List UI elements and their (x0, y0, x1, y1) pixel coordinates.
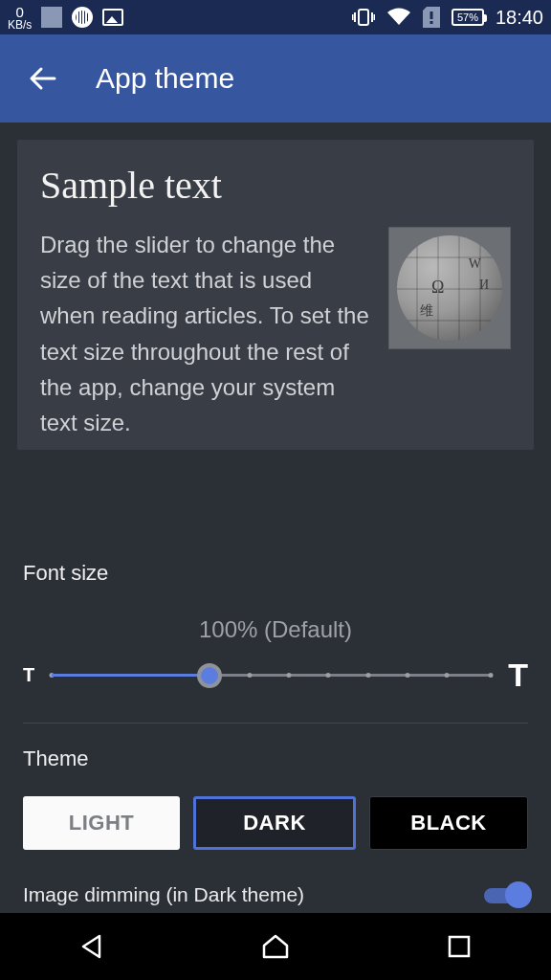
settings-panel: Font size 100% (Default) T (0, 546, 551, 913)
square-recent-icon (448, 935, 471, 958)
preview-heading: Sample text (40, 163, 511, 208)
svg-rect-0 (359, 10, 368, 25)
battery-indicator: 57% (452, 9, 484, 26)
toggle-thumb (505, 881, 532, 908)
arrow-back-icon (26, 61, 60, 96)
theme-option-label: DARK (243, 811, 306, 835)
font-size-section: Font size 100% (Default) T (23, 546, 528, 723)
nav-back-button[interactable] (73, 927, 111, 966)
svg-rect-2 (430, 21, 432, 24)
network-speed-unit: KB/s (8, 19, 32, 31)
theme-option-dark[interactable]: DARK (193, 796, 356, 850)
screenshot-icon (102, 9, 123, 26)
nav-home-button[interactable] (256, 927, 295, 966)
theme-section: Theme LIGHT DARK BLACK Image dimming (in… (23, 746, 528, 913)
triangle-back-icon (78, 933, 105, 960)
image-dimming-toggle[interactable] (484, 882, 528, 907)
status-bar: 0 KB/s 57% 18:40 (0, 0, 551, 34)
network-speed-indicator: 0 KB/s (8, 5, 32, 31)
font-size-min-icon: T (23, 664, 34, 686)
section-divider (23, 723, 528, 724)
slider-thumb[interactable] (197, 663, 222, 688)
font-size-value: 100% (Default) (23, 616, 528, 643)
slider-fill (52, 674, 209, 677)
barcode-app-icon (72, 7, 93, 28)
svg-rect-3 (450, 937, 469, 956)
home-icon (261, 933, 290, 960)
theme-option-label: BLACK (410, 811, 487, 835)
preview-card: Sample text Drag the slider to change th… (17, 140, 534, 450)
image-dimming-label: Image dimming (in Dark theme) (23, 883, 304, 906)
theme-option-black[interactable]: BLACK (369, 796, 528, 850)
theme-option-label: LIGHT (69, 811, 135, 835)
page-title: App theme (96, 62, 234, 95)
battery-percent: 57% (457, 11, 478, 23)
preview-image: W Ω И 维 (388, 227, 511, 349)
theme-option-light[interactable]: LIGHT (23, 796, 180, 850)
sim-alert-icon (423, 7, 440, 28)
theme-label: Theme (23, 746, 528, 771)
back-button[interactable] (10, 50, 77, 107)
font-size-label: Font size (23, 561, 528, 586)
image-dimming-row[interactable]: Image dimming (in Dark theme) (23, 882, 528, 913)
notification-icon (41, 7, 62, 28)
font-size-slider[interactable] (52, 661, 491, 690)
app-bar: App theme (0, 34, 551, 122)
svg-rect-1 (430, 11, 432, 19)
system-nav-bar (0, 913, 551, 980)
font-size-max-icon: T (508, 657, 528, 694)
network-speed-value: 0 (16, 5, 24, 19)
nav-recent-button[interactable] (440, 927, 478, 966)
wikipedia-globe-icon: W Ω И 维 (397, 235, 502, 341)
content-area: Sample text Drag the slider to change th… (0, 122, 551, 546)
vibrate-icon (352, 8, 375, 27)
wifi-icon (386, 8, 411, 27)
preview-body-text: Drag the slider to change the size of th… (40, 227, 371, 440)
clock: 18:40 (496, 7, 543, 29)
